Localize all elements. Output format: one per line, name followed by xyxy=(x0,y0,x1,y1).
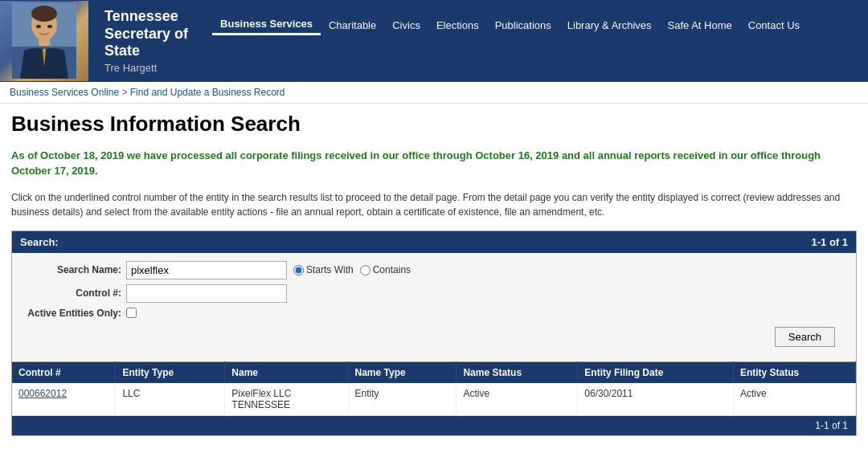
col-name-status: Name Status xyxy=(457,361,578,383)
avatar xyxy=(0,1,88,81)
contains-option[interactable]: Contains xyxy=(360,264,411,275)
control-input[interactable] xyxy=(126,284,287,303)
org-name-line2: Secretary of xyxy=(104,26,188,43)
nav-elections[interactable]: Elections xyxy=(428,16,487,35)
breadcrumb-link2[interactable]: Find and Update a Business Record xyxy=(130,87,285,98)
main-content: Business Information Search As of Octobe… xyxy=(0,104,868,444)
cell-name-type: Entity xyxy=(348,383,457,416)
contains-radio[interactable] xyxy=(360,265,371,275)
col-control: Control # xyxy=(12,361,116,383)
notice-text: As of October 18, 2019 we have processed… xyxy=(11,148,857,179)
control-link[interactable]: 000662012 xyxy=(18,388,67,399)
org-name-line1: Tennessee xyxy=(104,8,188,26)
col-filing-date: Entity Filing Date xyxy=(578,361,734,383)
site-header: Tennessee Secretary of State Tre Hargett… xyxy=(0,0,868,82)
search-form: Search Name: Starts With Contains Contro… xyxy=(12,253,856,361)
search-header: Search: 1-1 of 1 xyxy=(12,231,856,253)
starts-with-label: Starts With xyxy=(306,264,354,275)
table-header: Control # Entity Type Name Name Type Nam… xyxy=(12,361,856,383)
org-title-block: Tennessee Secretary of State Tre Hargett xyxy=(88,0,204,82)
cell-entity-type: LLC xyxy=(116,383,225,416)
search-header-label: Search: xyxy=(20,236,59,248)
nav-contact-us[interactable]: Contact Us xyxy=(740,16,808,35)
svg-point-3 xyxy=(31,6,57,22)
search-name-row: Search Name: Starts With Contains xyxy=(25,261,843,279)
cell-control: 000662012 xyxy=(12,383,116,416)
svg-rect-4 xyxy=(39,38,50,46)
results-table: Control # Entity Type Name Name Type Nam… xyxy=(12,361,856,416)
result-count: 1-1 of 1 xyxy=(811,236,848,248)
org-name-line3: State xyxy=(104,43,188,60)
control-row: Control #: xyxy=(25,284,843,303)
table-header-row: Control # Entity Type Name Name Type Nam… xyxy=(12,361,856,383)
svg-point-6 xyxy=(47,25,52,28)
cell-entity-status: Active xyxy=(733,383,855,416)
table-row: 000662012 LLC PixelFlex LLC TENNESSEE En… xyxy=(12,383,856,416)
active-only-row: Active Entities Only: xyxy=(25,308,843,319)
name-line1: PixelFlex LLC xyxy=(231,388,341,399)
nav-civics[interactable]: Civics xyxy=(384,16,428,35)
cell-name-status: Active xyxy=(457,383,578,416)
search-type-group: Starts With Contains xyxy=(293,264,411,275)
nav-safe-at-home[interactable]: Safe At Home xyxy=(660,16,740,35)
main-nav: Business Services Charitable Civics Elec… xyxy=(204,0,868,35)
nav-business-services[interactable]: Business Services xyxy=(212,14,321,35)
starts-with-radio[interactable] xyxy=(293,265,304,275)
col-entity-type: Entity Type xyxy=(116,361,225,383)
active-only-checkbox[interactable] xyxy=(126,308,137,318)
footer-count: 1-1 of 1 xyxy=(815,420,848,431)
nav-library[interactable]: Library & Archives xyxy=(559,16,660,35)
contains-label: Contains xyxy=(373,264,411,275)
nav-publications[interactable]: Publications xyxy=(487,16,559,35)
col-name-type: Name Type xyxy=(348,361,457,383)
page-title: Business Information Search xyxy=(11,112,857,137)
search-button-row: Search xyxy=(25,324,843,353)
name-line2: TENNESSEE xyxy=(231,399,341,410)
active-only-label: Active Entities Only: xyxy=(25,308,121,319)
nav-charitable[interactable]: Charitable xyxy=(321,16,384,35)
search-container: Search: 1-1 of 1 Search Name: Starts Wit… xyxy=(11,230,857,436)
svg-point-5 xyxy=(36,25,41,28)
search-name-input[interactable] xyxy=(126,261,287,279)
col-entity-status: Entity Status xyxy=(733,361,855,383)
col-name: Name xyxy=(225,361,348,383)
control-label: Control #: xyxy=(25,288,121,299)
table-body: 000662012 LLC PixelFlex LLC TENNESSEE En… xyxy=(12,383,856,416)
person-name: Tre Hargett xyxy=(104,62,188,74)
cell-name: PixelFlex LLC TENNESSEE xyxy=(225,383,348,416)
breadcrumb-link1[interactable]: Business Services Online xyxy=(10,87,119,98)
breadcrumb: Business Services Online > Find and Upda… xyxy=(0,82,868,104)
cell-filing-date: 06/30/2011 xyxy=(578,383,734,416)
starts-with-option[interactable]: Starts With xyxy=(293,264,354,275)
search-button[interactable]: Search xyxy=(775,327,835,347)
results-footer: 1-1 of 1 xyxy=(12,416,856,435)
search-name-label: Search Name: xyxy=(25,264,121,275)
instruction-text: Click on the underlined control number o… xyxy=(11,190,857,219)
breadcrumb-separator: > xyxy=(121,87,129,98)
